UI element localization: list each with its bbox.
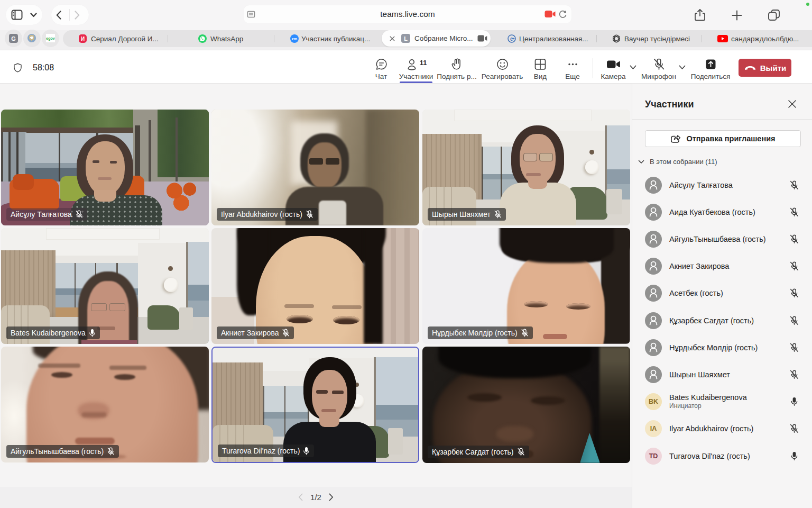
svg-text:e: e bbox=[510, 36, 513, 42]
